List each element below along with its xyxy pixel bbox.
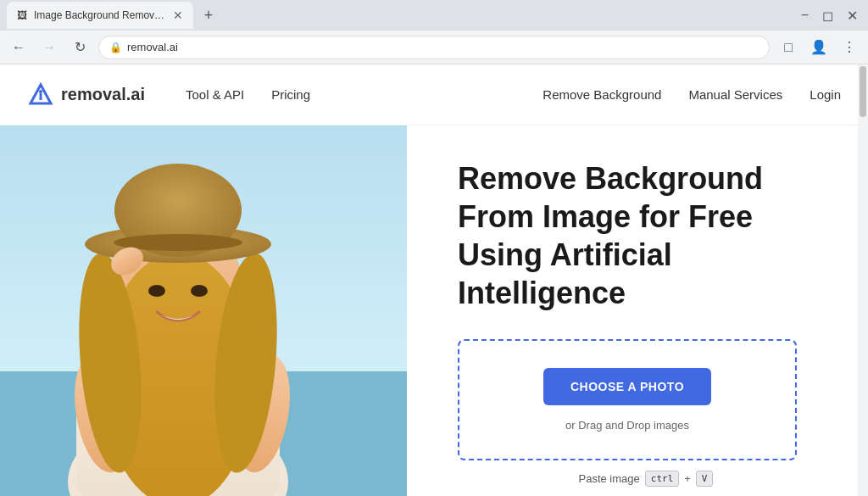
- nav-remove-bg[interactable]: Remove Background: [542, 87, 661, 102]
- scrollbar-thumb[interactable]: [860, 66, 866, 117]
- logo-text: removal.ai: [61, 85, 145, 104]
- paste-label: Paste image: [579, 472, 640, 485]
- active-tab[interactable]: 🖼 Image Background Remover | Re... ✕: [7, 2, 193, 29]
- nav-links-right: Remove Background Manual Services Login: [542, 87, 841, 102]
- hero-title: Remove Background From Image for Free Us…: [458, 159, 834, 312]
- choose-photo-button[interactable]: CHOOSE A PHOTO: [543, 368, 711, 405]
- close-icon[interactable]: ✕: [843, 4, 861, 27]
- nav-manual-services[interactable]: Manual Services: [688, 87, 782, 102]
- hero-section: Remove Background From Image for Free Us…: [0, 125, 868, 496]
- new-tab-button[interactable]: +: [197, 3, 220, 27]
- tab-bar: 🖼 Image Background Remover | Re... ✕ + −…: [0, 0, 868, 31]
- tab-favicon: 🖼: [17, 9, 27, 21]
- hero-content: Remove Background From Image for Free Us…: [407, 125, 868, 496]
- svg-point-19: [191, 285, 208, 297]
- logo-icon: [27, 81, 54, 109]
- back-button[interactable]: ←: [7, 36, 31, 59]
- navbar: removal.ai Tool & API Pricing Remove Bac…: [0, 64, 868, 125]
- hero-woman-svg: [0, 125, 407, 496]
- account-icon[interactable]: 👤: [807, 36, 831, 59]
- nav-pricing[interactable]: Pricing: [271, 87, 310, 102]
- nav-tool-api[interactable]: Tool & API: [186, 87, 244, 102]
- tab-close-icon[interactable]: ✕: [173, 8, 183, 22]
- svg-point-2: [39, 90, 42, 93]
- url-text: removal.ai: [127, 41, 759, 53]
- lock-icon: 🔒: [109, 42, 122, 53]
- browser-chrome: 🖼 Image Background Remover | Re... ✕ + −…: [0, 0, 868, 64]
- forward-button[interactable]: →: [37, 36, 61, 59]
- browser-toolbar: ← → ↻ 🔒 removal.ai □ 👤 ⋮: [0, 31, 868, 64]
- upload-dropzone[interactable]: CHOOSE A PHOTO or Drag and Drop images: [458, 339, 797, 460]
- scrollbar-track[interactable]: [858, 64, 868, 496]
- maximize-icon[interactable]: ◻: [819, 4, 837, 27]
- plus-sign: +: [684, 472, 691, 485]
- website-content: removal.ai Tool & API Pricing Remove Bac…: [0, 64, 868, 496]
- v-key: V: [696, 471, 714, 487]
- minimize-icon[interactable]: −: [798, 4, 812, 26]
- logo[interactable]: removal.ai: [27, 81, 145, 109]
- nav-links-left: Tool & API Pricing: [186, 87, 310, 102]
- address-bar[interactable]: 🔒 removal.ai: [98, 36, 770, 59]
- hero-image-area: [0, 125, 407, 496]
- svg-point-18: [148, 285, 165, 297]
- window-controls: − ◻ ✕: [798, 4, 861, 27]
- nav-login[interactable]: Login: [810, 87, 841, 102]
- tab-title: Image Background Remover | Re...: [34, 9, 166, 21]
- paste-row: Paste image ctrl + V: [458, 471, 834, 487]
- drag-drop-label: or Drag and Drop images: [480, 419, 775, 432]
- ctrl-key: ctrl: [645, 471, 680, 487]
- bookmarks-icon[interactable]: □: [776, 36, 800, 59]
- menu-icon[interactable]: ⋮: [837, 36, 861, 59]
- toolbar-right: □ 👤 ⋮: [776, 36, 861, 59]
- reload-button[interactable]: ↻: [68, 36, 92, 59]
